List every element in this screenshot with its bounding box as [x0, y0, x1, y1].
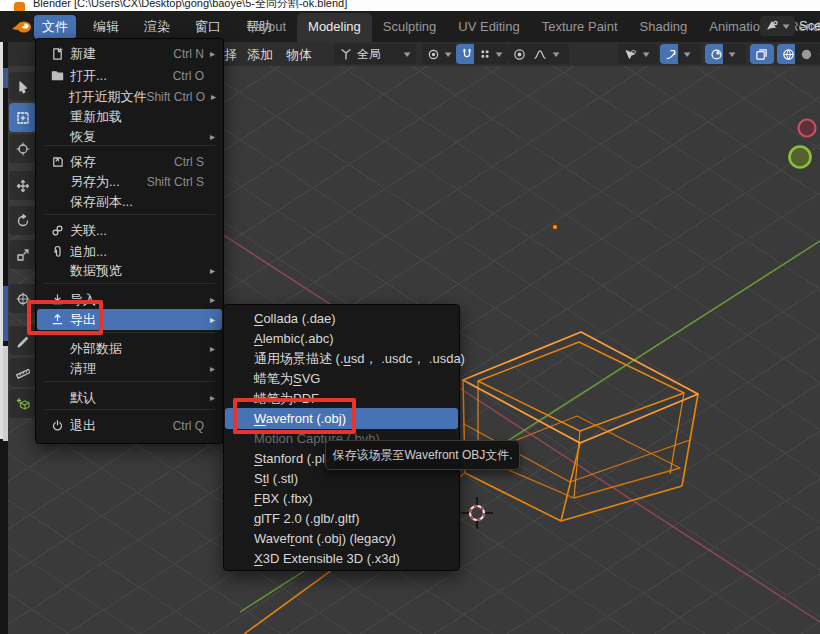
file-menu-item-退出[interactable]: 退出Ctrl Q: [37, 415, 222, 436]
export-item-wavefront[interactable]: Wavefront (.obj) (legacy): [225, 528, 458, 549]
menu-item-label: 打开...: [70, 67, 107, 85]
menu-item-label: Stl (.stl): [254, 471, 298, 486]
menu-separator: [44, 381, 215, 382]
select-box-icon: [16, 111, 30, 125]
file-menu-item-另存为[interactable]: 另存为...Shift Ctrl S: [37, 171, 222, 192]
tweak-tool[interactable]: [9, 72, 36, 101]
submenu-arrow-icon: ▸: [210, 314, 222, 325]
add-cube-tool[interactable]: [9, 389, 36, 418]
magnet-icon: [461, 48, 473, 60]
export-item-x3d[interactable]: X3D Extensible 3D (.x3d): [225, 548, 458, 569]
tweak-icon: [16, 80, 30, 94]
blender-window: Blender [C:\Users\CX\Desktop\gong\baoye\…: [0, 0, 820, 634]
chevron-down-icon: ▼: [681, 50, 692, 59]
orientation-dropdown[interactable]: 全局 ▼: [334, 44, 416, 64]
export-item-蜡笔为svg[interactable]: 蜡笔为SVG: [225, 368, 458, 389]
shading-material-button[interactable]: [813, 44, 820, 64]
rotate-tool[interactable]: [9, 206, 36, 235]
export-item-alembic(.abc)[interactable]: Alembic(.abc): [225, 328, 458, 349]
annotation-box-export: [27, 300, 103, 335]
title-bar: Blender [C:\Users\CX\Desktop\gong\baoye\…: [0, 0, 820, 11]
pivot-dropdown[interactable]: ▼: [422, 44, 456, 64]
menu-item-label: Collada (.dae): [254, 311, 336, 326]
snap-options-dropdown[interactable]: ▼: [474, 44, 508, 64]
gizmo-dropdown[interactable]: ▼: [678, 44, 701, 64]
export-item-gltf[interactable]: glTF 2.0 (.glb/.gltf): [225, 508, 458, 529]
overlays-dropdown[interactable]: ▼: [723, 44, 746, 64]
menu-separator: [44, 283, 215, 284]
select-box-tool[interactable]: [9, 103, 36, 132]
tab-layout[interactable]: Layout: [236, 13, 297, 42]
file-menu-item-追加[interactable]: 追加...: [37, 241, 222, 262]
file-menu-item-恢复[interactable]: 恢复▸: [37, 126, 222, 147]
shading-solid-icon: [800, 48, 813, 61]
paperclip-icon: [48, 245, 66, 258]
measure-tool[interactable]: [9, 358, 36, 387]
file-menu-item-打开[interactable]: 打开...Ctrl O: [37, 65, 222, 86]
tab-texture-paint[interactable]: Texture Paint: [531, 13, 629, 42]
tab-sculpting[interactable]: Sculpting: [372, 13, 447, 42]
menu-item-label: Stanford (.ply): [254, 451, 336, 466]
add-cube-icon: [16, 397, 30, 411]
blender-app-icon: [14, 2, 25, 11]
annotate-icon: [16, 334, 30, 348]
falloff-icon: [532, 48, 548, 61]
tab-shading[interactable]: Shading: [629, 13, 699, 42]
chevron-down-icon: ▼: [550, 50, 561, 59]
menu-item-shortcut: Shift Ctrl O: [146, 90, 205, 104]
menu-2[interactable]: 渲染: [136, 15, 178, 39]
gizmo-x-ball: [799, 120, 816, 137]
power-icon: [48, 419, 66, 432]
menu-3[interactable]: 窗口: [187, 15, 229, 39]
file-menu-item-清理[interactable]: 清理▸: [37, 358, 222, 379]
chevron-down-icon: ▼: [493, 50, 504, 59]
move-tool[interactable]: [9, 171, 36, 200]
submenu-arrow-icon: ▸: [210, 294, 222, 305]
menu-item-label: 数据预览: [70, 262, 122, 280]
shading-wireframe-icon: [782, 48, 795, 61]
export-item-通用场景描述[interactable]: 通用场景描述 (.usd， .usdc， .usda): [225, 348, 458, 369]
export-item-fbx[interactable]: FBX (.fbx): [225, 488, 458, 509]
file-menu-item-打开近期文件[interactable]: 打开近期文件Shift Ctrl O▸: [37, 86, 222, 107]
menu-item-label: 退出: [70, 417, 96, 435]
menu-item-shortcut: Ctrl O: [173, 69, 204, 83]
cursor3d-icon: [16, 142, 30, 156]
file-menu-item-新建[interactable]: 新建Ctrl N▸: [37, 43, 222, 64]
window-title: Blender [C:\Users\CX\Desktop\gong\baoye\…: [33, 0, 347, 11]
new-file-icon: [48, 47, 66, 60]
object-menu[interactable]: 物体: [286, 46, 312, 64]
menu-file[interactable]: 文件: [34, 15, 76, 39]
submenu-arrow-icon: ▸: [210, 48, 222, 59]
rotate-icon: [16, 214, 30, 228]
cursor-tool[interactable]: [9, 134, 36, 163]
add-menu[interactable]: 添加: [247, 46, 273, 64]
file-menu-item-外部数据[interactable]: 外部数据▸: [37, 338, 222, 359]
file-menu-item-关联[interactable]: 关联...: [37, 220, 222, 241]
file-menu-item-数据预览[interactable]: 数据预览▸: [37, 260, 222, 281]
file-menu-item-重新加载[interactable]: 重新加载: [37, 106, 222, 127]
edge-fragment: [3, 68, 8, 88]
menu-1[interactable]: 编辑: [85, 15, 127, 39]
tab-uv-editing[interactable]: UV Editing: [447, 13, 530, 42]
tab-modeling[interactable]: Modeling: [297, 13, 372, 42]
move-icon: [16, 179, 30, 193]
file-menu-item-默认[interactable]: 默认▸: [37, 387, 222, 408]
file-menu-item-保存[interactable]: 保存Ctrl S: [37, 151, 222, 172]
menu-item-label: 关联...: [70, 222, 107, 240]
orientation-axis-icon: [339, 47, 353, 61]
menu-item-label: 打开近期文件: [68, 88, 146, 106]
scale-tool[interactable]: [9, 240, 36, 269]
falloff-dropdown[interactable]: ▼: [527, 44, 569, 64]
xray-toggle[interactable]: [750, 44, 774, 64]
visibility-dropdown[interactable]: ▼: [618, 44, 658, 64]
menu-item-label: FBX (.fbx): [254, 491, 313, 506]
edge-fragment: [3, 346, 8, 441]
scene-selector[interactable]: ▼: [760, 16, 795, 36]
export-item-collada[interactable]: Collada (.dae): [225, 308, 458, 329]
menu-item-shortcut: Ctrl N: [173, 47, 204, 61]
file-menu-item-保存副本[interactable]: 保存副本...: [37, 191, 222, 212]
export-item-stl[interactable]: Stl (.stl): [225, 468, 458, 489]
menu-item-shortcut: Ctrl Q: [173, 419, 204, 433]
origin-dot: [552, 224, 557, 229]
menu-item-shortcut: Shift Ctrl S: [147, 175, 204, 189]
